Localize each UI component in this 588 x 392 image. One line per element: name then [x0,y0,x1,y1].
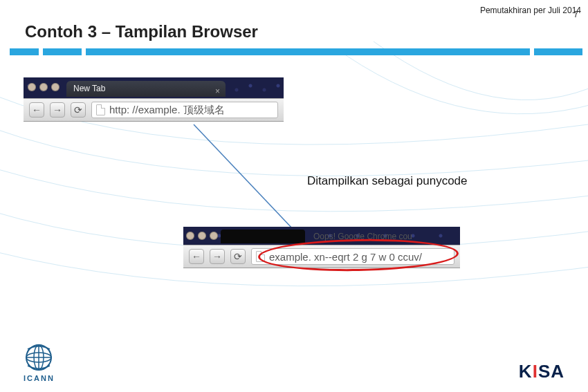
nav-toolbar: ← → ⟳ example. xn--eqrt 2 g 7 w 0 ccuv/ [183,245,460,268]
tab-strip: Oops! Google Chrome cou [183,227,460,245]
page-title: Contoh 3 – Tampilan Browser [25,22,258,41]
browser-tab [221,230,305,243]
page-icon [96,104,105,115]
window-dot [51,83,59,91]
window-dot [198,232,206,240]
window-dot [186,232,194,240]
tab-label: New Tab [73,84,105,93]
window-controls [186,232,218,240]
tab-error-label: Oops! Google Chrome cou [313,232,412,241]
icann-logo: ICANN [24,342,55,382]
close-icon: × [215,84,220,100]
forward-button: → [50,102,65,118]
browser-tab: New Tab × [66,81,226,97]
pointer-arrow [0,0,588,392]
kisa-sa: SA [538,361,564,382]
globe-icon [24,342,54,373]
page-icon [256,251,265,262]
reload-button: ⟳ [230,249,246,264]
url-text: example. xn--eqrt 2 g 7 w 0 ccuv/ [269,251,422,263]
browser-screenshot-1: New Tab × ← → ⟳ http: //example. 顶级域名 [24,77,284,122]
kisa-k: K [519,361,533,382]
title-divider [10,48,582,55]
tab-strip: New Tab × [24,77,284,98]
background-curves [0,0,588,392]
update-note: Pemutakhiran per Juli 2014 [480,6,581,15]
address-bar: example. xn--eqrt 2 g 7 w 0 ccuv/ [251,248,454,265]
window-controls [28,83,59,91]
url-text: http: //example. 顶级域名 [109,104,225,117]
reload-button: ⟳ [71,102,86,118]
back-button: ← [189,249,204,264]
forward-button: → [210,249,225,264]
window-dot [39,83,48,91]
browser-screenshot-2: Oops! Google Chrome cou ← → ⟳ example. x… [183,227,460,268]
window-dot [28,83,36,91]
kisa-logo: KISA [519,361,564,382]
icann-text: ICANN [24,374,55,382]
page-number: 7 [573,10,578,19]
back-button: ← [29,102,44,118]
footer: ICANN KISA [24,342,564,382]
address-bar: http: //example. 顶级域名 [91,102,278,118]
window-dot [210,232,218,240]
punycode-caption: Ditampilkan sebagai punycode [307,174,468,188]
kisa-i: I [533,361,538,382]
nav-toolbar: ← → ⟳ http: //example. 顶级域名 [24,98,284,122]
